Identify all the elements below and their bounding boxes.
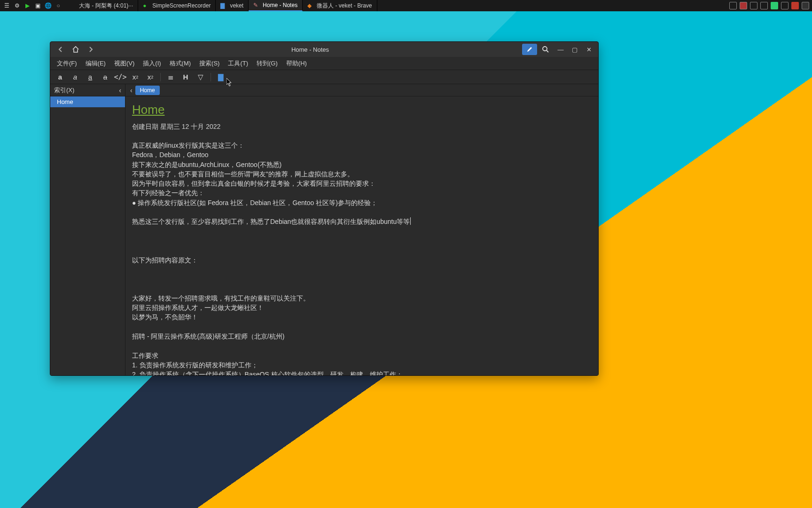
sidebar: 索引(X) ‹ Home: [50, 84, 125, 375]
format-toolbar: a a a a </> x2 x2 ≣ H ▽ ▇: [50, 70, 598, 84]
task-label: 微器人 - veket - Brave: [317, 2, 372, 10]
note-line: [132, 274, 592, 284]
record-icon[interactable]: ○: [55, 2, 62, 9]
note-line: 阿里云招操作系统人才，一起做大龙蜥社区！: [132, 303, 592, 312]
note-line: 因为平时自吹容易，但到拿出真金白银的时候才是考验，大家看阿里云招聘的要求：: [132, 179, 592, 188]
tool-icon[interactable]: [740, 2, 747, 9]
taskbar: 大海 - 阿梨粤 (4:01)··· ● SimpleScreenRecorde…: [65, 0, 726, 11]
note-line: 熟悉这三个发行版，至少容易找到工作，熟悉了Debian也就很容易转向其衍生版例如…: [132, 217, 592, 226]
note-line: 招聘 - 阿里云操作系统(高级)研发工程师（北京/杭州): [132, 332, 592, 341]
power-icon[interactable]: [791, 2, 799, 9]
task-notes[interactable]: ✎ Home - Notes: [249, 0, 303, 11]
titlebar-actions: — ▢ ✕: [519, 44, 598, 55]
note-line: [132, 246, 592, 255]
attach-button[interactable]: ▇: [215, 72, 227, 82]
task-label: 大海 - 阿梨粤 (4:01)···: [79, 2, 133, 10]
sidebar-header: 索引(X) ‹: [50, 84, 125, 96]
task-music[interactable]: 大海 - 阿梨粤 (4:01)···: [65, 0, 138, 11]
battery-icon[interactable]: [771, 2, 778, 9]
music-icon: [70, 2, 76, 9]
system-tray: [726, 2, 812, 9]
note-line: [132, 207, 592, 217]
sidebar-list: Home: [50, 96, 125, 375]
task-label: veket: [230, 2, 243, 9]
window-titlebar: Home - Notes — ▢ ✕: [50, 42, 598, 57]
menu-search[interactable]: 搜索(S): [195, 58, 223, 69]
back-button[interactable]: [54, 44, 67, 55]
forward-button[interactable]: [84, 44, 97, 55]
heading-button[interactable]: H: [180, 72, 192, 82]
folder-icon: ▇: [220, 2, 227, 9]
menu-view[interactable]: 视图(V): [110, 58, 138, 69]
terminal-icon[interactable]: ▣: [34, 2, 41, 9]
menu-insert[interactable]: 插入(I): [139, 58, 164, 69]
menu-file[interactable]: 文件(F): [53, 58, 81, 69]
menubar: 文件(F) 编辑(E) 视图(V) 插入(I) 格式(M) 搜索(S) 工具(T…: [50, 57, 598, 70]
note-line: 接下来次之的是ubuntu,ArchLinux，Gentoo(不熟悉): [132, 160, 592, 169]
task-files[interactable]: ▇ veket: [216, 0, 249, 11]
note-line: [132, 284, 592, 293]
note-editor[interactable]: Home 创建日期 星期三 12 十月 2022 真正权威的linux发行版其实…: [125, 96, 598, 375]
superscript-button[interactable]: x2: [144, 72, 156, 82]
list-button[interactable]: ≣: [164, 72, 177, 82]
menu-tools[interactable]: 工具(T): [224, 58, 252, 69]
breadcrumb-home[interactable]: Home: [135, 86, 160, 95]
note-line: 以梦为马，不负韶华！: [132, 312, 592, 322]
toolbar-separator: [211, 73, 211, 81]
system-panel: ☰ ⚙ ▶ ▣ 🌐 ○ 大海 - 阿梨粤 (4:01)··· ● SimpleS…: [0, 0, 812, 11]
subscript-button[interactable]: x2: [129, 72, 141, 82]
window-title: Home - Notes: [101, 46, 519, 53]
pencil-icon: ✎: [253, 2, 260, 8]
note-line: Fedora，Debian，Gentoo: [132, 150, 592, 159]
settings-icon[interactable]: ⚙: [13, 2, 21, 9]
note-line: 真正权威的linux发行版其实是这三个：: [132, 141, 592, 150]
clipboard-icon[interactable]: [750, 2, 757, 9]
sidebar-title: 索引(X): [54, 86, 74, 95]
monitor-icon[interactable]: [729, 2, 737, 9]
volume-icon[interactable]: [781, 2, 789, 9]
note-title: Home: [132, 101, 592, 119]
task-label: SimpleScreenRecorder: [152, 2, 211, 9]
home-button[interactable]: [69, 44, 82, 55]
menu-edit[interactable]: 编辑(E): [82, 58, 109, 69]
pathbar-back-icon[interactable]: ‹: [127, 87, 135, 94]
menu-help[interactable]: 帮助(H): [282, 58, 311, 69]
brave-icon: ◆: [307, 2, 314, 9]
note-line: 有下列经验之一者优先：: [132, 188, 592, 198]
menu-goto[interactable]: 转到(G): [253, 58, 281, 69]
note-line: 工作要求: [132, 351, 592, 360]
search-button[interactable]: [538, 44, 553, 55]
highlight-button[interactable]: ▽: [195, 72, 207, 82]
maximize-button[interactable]: ▢: [568, 44, 581, 55]
network-icon[interactable]: [760, 2, 768, 9]
nav-group: [50, 44, 101, 55]
sidebar-item-home[interactable]: Home: [50, 96, 125, 107]
code-button[interactable]: </>: [114, 72, 126, 82]
edit-mode-button[interactable]: [522, 44, 537, 55]
browser-icon[interactable]: 🌐: [44, 2, 52, 9]
collapse-sidebar-icon[interactable]: ‹: [119, 87, 121, 94]
pathbar: ‹ Home: [125, 84, 598, 96]
close-button[interactable]: ✕: [582, 44, 595, 55]
note-line: [132, 341, 592, 350]
note-date: 创建日期 星期三 12 十月 2022: [132, 122, 592, 131]
task-browser[interactable]: ◆ 微器人 - veket - Brave: [303, 0, 377, 11]
play-icon[interactable]: ▶: [23, 2, 31, 9]
note-line: [132, 265, 592, 274]
note-line: [132, 227, 592, 236]
toolbar-separator: [160, 73, 161, 81]
note-line: ● 操作系统发行版社区(如 Fedora 社区，Debian 社区，Gentoo…: [132, 198, 592, 207]
bold-button[interactable]: a: [54, 72, 66, 82]
strike-button[interactable]: a: [99, 72, 111, 82]
menu-format[interactable]: 格式(M): [166, 58, 195, 69]
task-recorder[interactable]: ● SimpleScreenRecorder: [138, 0, 216, 11]
note-line: [132, 236, 592, 246]
window-body: 索引(X) ‹ Home ‹ Home Home 创建日期 星期三 12 十月 …: [50, 84, 598, 375]
note-line: 1. 负责操作系统发行版的研发和维护工作；: [132, 360, 592, 370]
underline-button[interactable]: a: [84, 72, 96, 82]
keyboard-icon[interactable]: [802, 2, 809, 9]
panel-launchers: ☰ ⚙ ▶ ▣ 🌐 ○: [0, 2, 65, 9]
menu-icon[interactable]: ☰: [3, 2, 10, 9]
minimize-button[interactable]: —: [554, 44, 567, 55]
italic-button[interactable]: a: [69, 72, 81, 82]
